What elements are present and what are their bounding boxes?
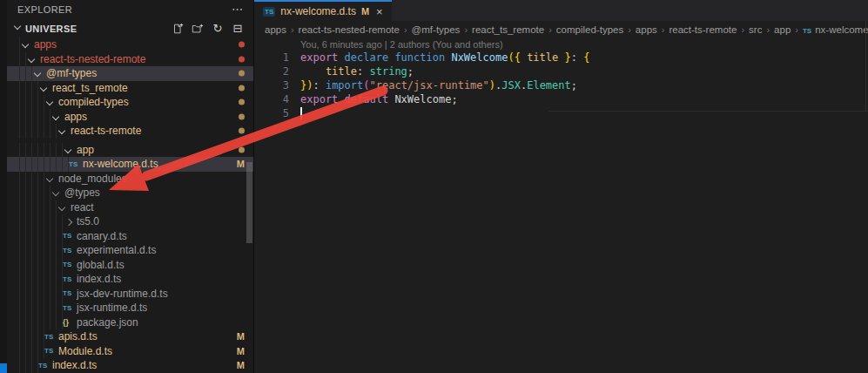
breadcrumb-item[interactable]: react_ts_remote [472,24,544,35]
indent-guides [14,214,63,229]
indent-guides [14,95,44,110]
breadcrumb-item[interactable]: @mf-types [412,24,461,35]
typescript-file-icon: TS [63,261,74,268]
close-icon[interactable]: × [376,5,383,18]
modified-badge: M [237,331,245,342]
typescript-file-icon: TS [63,304,74,312]
new-file-icon[interactable] [171,22,185,36]
tree-row[interactable]: TSglobal.d.ts [7,258,253,273]
code-token: : [357,65,369,78]
code-token: ; [571,79,577,92]
tree-row[interactable]: TSapis.d.tsM [7,329,253,344]
more-actions-icon[interactable]: ⋯ [232,5,243,14]
tree-row[interactable]: TScanary.d.ts [7,229,253,244]
code-token: function [394,51,451,64]
tree-row[interactable]: app [7,143,253,158]
code-token: ; [451,93,457,105]
tree-item-label: jsx-dev-runtime.d.ts [77,288,168,300]
breadcrumb-file[interactable]: TSnx-welcome.d.ts [803,24,868,35]
explorer-sidebar: EXPLORER ⋯ UNIVERSE ↻ ⊟ appsreact-ts-nes… [7,0,253,373]
tree-row[interactable]: react-ts-nested-remote [7,52,253,67]
breadcrumb-separator-icon: › [628,24,631,35]
line-number: 4 [254,92,300,106]
chevron-down-icon [57,200,68,215]
code-editor[interactable]: 1export declare function NxWelcome({ tit… [254,51,868,120]
section-header-universe[interactable]: UNIVERSE ↻ ⊟ [7,19,253,37]
tree-item-label: react_ts_remote [52,82,128,94]
indent-guides [14,157,69,172]
breadcrumb-item[interactable]: react-ts-nested-remote [299,24,400,35]
breadcrumb-item[interactable]: app [774,24,791,35]
collapse-all-icon[interactable]: ⊟ [231,22,245,36]
code-token: : [571,51,583,64]
tab-title: nx-welcome.d.ts [280,5,356,17]
indent-guides [14,81,38,96]
indent-guides [14,258,63,273]
modified-badge: M [237,360,245,370]
tree-row[interactable]: apps [7,37,253,52]
indent-guides [14,172,44,186]
breadcrumb-separator-icon: › [404,24,407,35]
tree-row[interactable]: react-ts-remote [7,124,253,139]
line-number: 1 [254,51,300,64]
indent-guides [14,358,38,373]
breadcrumb-item[interactable]: apps [636,24,657,35]
tree-item-label: ts5.0 [77,215,99,227]
git-blame-annotation: You, 6 minutes ago | 2 authors (You and … [300,39,868,49]
tree-row[interactable]: compiled-types [7,95,253,110]
tree-row[interactable]: TSindex.d.tsM [7,358,253,373]
chevron-down-icon [63,143,74,158]
tree-row[interactable]: node_modules [7,172,253,186]
new-folder-icon[interactable] [191,22,205,36]
tree-row[interactable]: react_ts_remote [7,81,253,96]
tree-row[interactable]: react [7,200,253,215]
tree-row[interactable]: ts5.0 [7,214,253,229]
code-token: Element [527,79,571,92]
json-file-icon: {} [63,318,74,327]
code-line: 2 title: string; [254,64,868,78]
typescript-icon: TS [263,7,275,17]
code-token: export [300,93,345,105]
breadcrumb-item[interactable]: compiled-types [556,24,623,35]
editor-scrollbar-edge [865,21,866,112]
breadcrumb-separator-icon: › [464,24,468,35]
breadcrumb-item[interactable]: src [749,24,762,35]
indent-guides [14,200,57,215]
breadcrumb-item[interactable]: apps [265,24,286,35]
tree-item-label: react [71,201,94,214]
tab-nx-welcome[interactable]: TS nx-welcome.d.ts M × [254,0,392,21]
tree-row[interactable]: TSModule.d.tsM [7,344,253,359]
code-token: ; [407,65,414,78]
refresh-icon[interactable]: ↻ [211,22,225,36]
modified-badge: M [237,346,245,356]
chevron-down-icon [50,110,62,125]
tree-row[interactable]: apps [7,110,253,125]
tree-item-label: package.json [77,316,138,329]
typescript-icon: TS [803,27,811,35]
code-text: }): import("react/jsx-runtime").JSX.Elem… [300,78,577,92]
tab-bar: TS nx-welcome.d.ts M × [254,0,868,21]
tree-row[interactable]: TSindex.d.ts [7,272,253,287]
git-status-dot [239,56,245,62]
breadcrumb-separator-icon: › [662,24,665,35]
tree-row[interactable]: TSnx-welcome.d.tsM [7,157,253,172]
indent-guides [14,52,26,67]
tree-row[interactable]: TSjsx-dev-runtime.d.ts [7,287,253,302]
tree-row[interactable]: TSexperimental.d.ts [7,243,253,258]
chevron-down-icon [50,186,62,200]
code-token: ( [363,79,369,92]
code-text: export declare function NxWelcome({ titl… [300,51,589,64]
indent-guides [14,66,32,81]
tree-row[interactable]: @types [7,186,253,200]
sidebar-scrollbar[interactable] [246,162,252,243]
breadcrumb-item[interactable]: react-ts-remote [669,24,737,35]
indent-guides [14,301,63,315]
tree-row[interactable]: @mf-types [7,66,253,81]
tree-row[interactable]: TSjsx-runtime.d.ts [7,301,253,315]
editor-area: TS nx-welcome.d.ts M × apps›react-ts-nes… [254,0,868,373]
code-token: title [527,51,558,64]
indent-guides [14,37,20,52]
line-number: 3 [254,78,300,92]
code-token: "react/jsx-runtime" [370,79,489,92]
tree-row[interactable]: {}package.json [7,315,253,330]
